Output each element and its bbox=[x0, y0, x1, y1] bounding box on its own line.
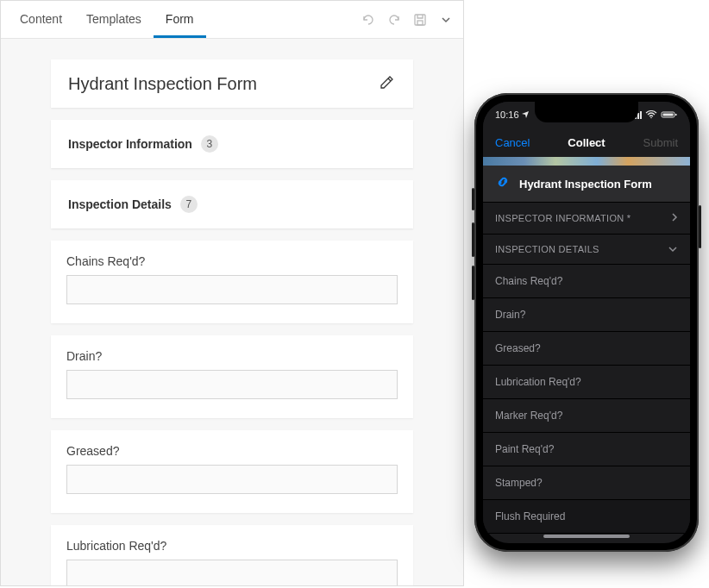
pencil-icon[interactable] bbox=[379, 73, 396, 94]
form-title-card[interactable]: Hydrant Inspection Form bbox=[51, 59, 413, 108]
phone-section-inspector[interactable]: INSPECTOR INFORMATION * bbox=[483, 203, 690, 235]
field-input[interactable] bbox=[66, 560, 398, 585]
phone-form-header: Hydrant Inspection Form bbox=[483, 166, 690, 203]
tab-content[interactable]: Content bbox=[8, 2, 74, 38]
tab-templates[interactable]: Templates bbox=[74, 2, 154, 38]
phone-section-details[interactable]: INSPECTION DETAILS bbox=[483, 235, 690, 265]
field-label: Greased? bbox=[66, 444, 398, 458]
section-label: Inspection Details bbox=[68, 197, 172, 211]
svg-rect-1 bbox=[417, 21, 423, 25]
phone-nav-bar: Cancel Collect Submit bbox=[483, 128, 690, 157]
phone-field-stamped[interactable]: Stamped? bbox=[483, 466, 690, 500]
time-text: 10:16 bbox=[495, 109, 519, 120]
fields: Chains Req'd? Drain? Greased? Lubricatio… bbox=[51, 241, 413, 585]
field-drain[interactable]: Drain? bbox=[51, 335, 413, 418]
field-label: Lubrication Req'd? bbox=[66, 539, 398, 553]
phone-button bbox=[472, 188, 474, 210]
field-input[interactable] bbox=[66, 275, 398, 304]
home-indicator bbox=[543, 535, 630, 538]
field-greased[interactable]: Greased? bbox=[51, 430, 413, 513]
nav-submit[interactable]: Submit bbox=[643, 136, 678, 149]
phone-mockup: 10:16 Cancel Collect Submit Hydrant Insp… bbox=[474, 93, 699, 552]
phone-field-drain[interactable]: Drain? bbox=[483, 298, 690, 332]
wifi-icon bbox=[645, 110, 657, 119]
chevron-down-icon bbox=[668, 244, 678, 254]
status-time: 10:16 bbox=[495, 109, 530, 120]
tabs-bar: Content Templates Form bbox=[1, 1, 463, 39]
link-icon bbox=[495, 174, 511, 193]
battery-icon bbox=[661, 110, 678, 119]
field-label: Chains Req'd? bbox=[66, 254, 398, 268]
count-badge: 7 bbox=[180, 196, 198, 213]
count-badge: 3 bbox=[201, 135, 218, 153]
phone-button bbox=[699, 205, 701, 248]
form-body: Hydrant Inspection Form Inspector Inform… bbox=[1, 39, 463, 585]
field-chains[interactable]: Chains Req'd? bbox=[51, 241, 413, 323]
form-editor-panel: Content Templates Form Hydrant Inspectio… bbox=[0, 0, 464, 586]
form-title: Hydrant Inspection Form bbox=[68, 74, 257, 94]
nav-cancel[interactable]: Cancel bbox=[495, 136, 530, 149]
field-lubrication[interactable]: Lubrication Req'd? bbox=[51, 525, 413, 585]
phone-form-title: Hydrant Inspection Form bbox=[519, 178, 652, 191]
status-indicators bbox=[632, 110, 678, 119]
phone-field-greased[interactable]: Greased? bbox=[483, 332, 690, 366]
section-inspector-info[interactable]: Inspector Information 3 bbox=[51, 120, 413, 168]
section-label: INSPECTOR INFORMATION * bbox=[495, 213, 631, 223]
section-label: INSPECTION DETAILS bbox=[495, 244, 599, 254]
phone-button bbox=[472, 266, 474, 300]
field-label: Drain? bbox=[66, 349, 398, 363]
svg-rect-4 bbox=[663, 114, 674, 116]
section-inspection-details[interactable]: Inspection Details 7 bbox=[51, 180, 413, 228]
phone-field-flush[interactable]: Flush Required bbox=[483, 500, 690, 534]
toolbar bbox=[361, 13, 456, 27]
field-input[interactable] bbox=[66, 465, 398, 494]
tab-form[interactable]: Form bbox=[154, 2, 206, 38]
svg-rect-0 bbox=[415, 15, 425, 25]
field-input[interactable] bbox=[66, 370, 398, 399]
chevron-right-icon bbox=[671, 212, 678, 224]
phone-field-paint[interactable]: Paint Req'd? bbox=[483, 433, 690, 466]
phone-notch bbox=[535, 102, 638, 122]
svg-point-2 bbox=[650, 117, 652, 119]
phone-field-chains[interactable]: Chains Req'd? bbox=[483, 265, 690, 298]
phone-button bbox=[472, 222, 474, 257]
phone-field-marker[interactable]: Marker Req'd? bbox=[483, 399, 690, 433]
save-icon[interactable] bbox=[413, 13, 427, 27]
chevron-down-icon[interactable] bbox=[439, 13, 453, 27]
nav-title: Collect bbox=[530, 136, 643, 149]
section-label: Inspector Information bbox=[68, 137, 192, 151]
tabs: Content Templates Form bbox=[8, 2, 206, 38]
svg-rect-5 bbox=[675, 114, 677, 116]
map-preview bbox=[483, 157, 690, 166]
redo-icon[interactable] bbox=[387, 13, 401, 27]
location-icon bbox=[521, 110, 530, 119]
undo-icon[interactable] bbox=[361, 13, 375, 27]
phone-screen: 10:16 Cancel Collect Submit Hydrant Insp… bbox=[483, 102, 690, 543]
phone-field-lubrication[interactable]: Lubrication Req'd? bbox=[483, 366, 690, 399]
